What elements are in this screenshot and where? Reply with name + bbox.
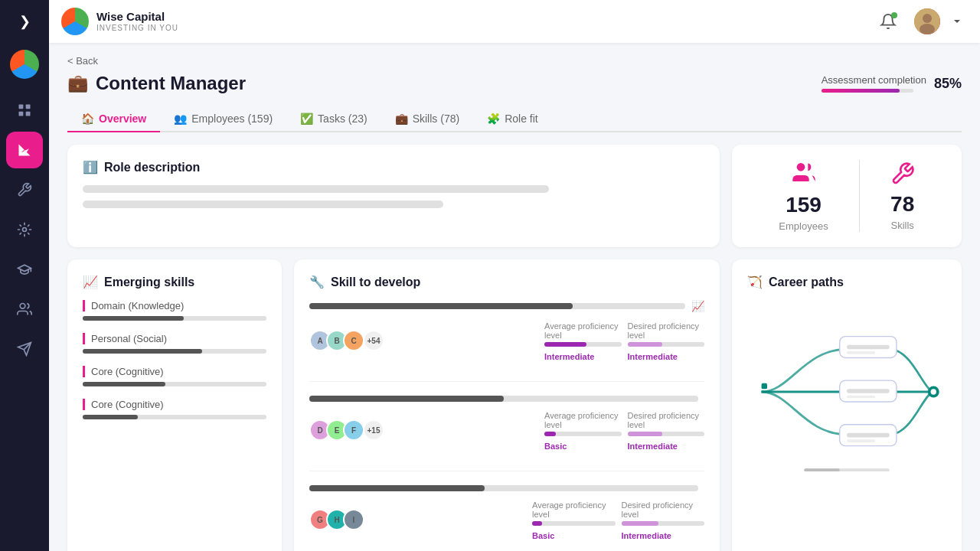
- svg-point-23: [931, 389, 936, 394]
- skill-row-2-fill: [309, 396, 504, 402]
- svg-rect-12: [762, 383, 767, 389]
- skill-row-1-trend: 📈: [691, 300, 704, 312]
- tab-skills[interactable]: 💼 Skills (78): [381, 106, 473, 132]
- sidebar-logo: [0, 43, 49, 86]
- tab-tasks[interactable]: ✅ Tasks (23): [286, 106, 381, 132]
- avatar-1c: C: [343, 330, 364, 351]
- skill-row-2-des-label: Desired proficiency level: [628, 411, 705, 429]
- svg-rect-18: [847, 396, 875, 399]
- tab-overview[interactable]: 🏠 Overview: [67, 106, 160, 132]
- skills-stat: 78 Skills: [890, 161, 915, 231]
- skill-cat-personal-label: Personal (Social): [83, 333, 266, 344]
- skill-row-3-des-bar: [622, 521, 705, 526]
- assessment-completion-area: Assessment completion 85%: [822, 74, 962, 93]
- assessment-progress-fill: [822, 89, 900, 93]
- skill-row-3-avg-fill: [532, 521, 542, 526]
- svg-point-5: [20, 304, 25, 309]
- tabs: 🏠 Overview 👥 Employees (159) ✅ Tasks (23…: [67, 106, 962, 132]
- sidebar-item-tools[interactable]: [6, 171, 43, 208]
- skill-row-2-des-level: Intermediate: [628, 442, 678, 451]
- skill-row-3-des-fill: [622, 521, 659, 526]
- skill-develop-row-3: G H I Average proficiency level Basic: [309, 485, 704, 551]
- sidebar-navigation: [6, 92, 43, 551]
- employees-count: 159: [786, 193, 822, 217]
- skill-row-1-avatars: A B C +54 Average proficiency level Inte…: [309, 318, 704, 363]
- skill-row-2-des: Desired proficiency level Intermediate: [628, 411, 705, 452]
- svg-point-4: [23, 228, 27, 232]
- skill-cat-core-label: Core (Cognitive): [83, 366, 266, 377]
- skill-row-1-avg-label: Average proficiency level: [544, 321, 622, 340]
- skill-row-3-avg: Average proficiency level Basic: [532, 500, 616, 542]
- svg-point-9: [923, 14, 932, 23]
- skill-cat-personal: Personal (Social): [83, 333, 266, 354]
- brand-logo: [61, 8, 89, 35]
- sidebar-item-analytics[interactable]: [6, 132, 43, 168]
- emerging-skills-title: 📈 Emerging skills: [83, 275, 266, 289]
- skill-row-1-fill: [309, 303, 573, 309]
- breadcrumb[interactable]: < Back: [67, 55, 962, 67]
- stats-divider: [859, 160, 860, 232]
- sidebar-toggle[interactable]: ❯: [0, 0, 49, 43]
- skill-row-1-des-fill: [628, 342, 662, 347]
- employees-icon: [792, 160, 816, 190]
- sidebar-item-dashboard[interactable]: [6, 92, 43, 129]
- skill-cat-personal-fill: [83, 349, 202, 354]
- skill-row-3-bar: [309, 485, 698, 491]
- skill-cat-domain-label: Domain (Knowledge): [83, 300, 266, 311]
- svg-rect-20: [847, 433, 890, 438]
- avatar-3c: I: [343, 509, 364, 530]
- skill-row-2-avg-level: Basic: [544, 442, 567, 451]
- sidebar-item-education[interactable]: [6, 251, 43, 288]
- sidebar-logo-icon: [10, 50, 39, 79]
- skill-cat-core-bar: [83, 382, 266, 386]
- role-description-title: ℹ️ Role description: [83, 160, 704, 174]
- skill-develop-row-1: 📈 A B C +54 Average proficiency level: [309, 300, 704, 382]
- tab-employees-label: Employees (159): [191, 112, 273, 125]
- info-icon: ℹ️: [83, 160, 98, 174]
- tab-tasks-icon: ✅: [300, 112, 313, 125]
- skill-row-3-des: Desired proficiency level Intermediate: [622, 500, 705, 542]
- skill-row-2-avg-bar: [544, 432, 622, 436]
- skill-row-2-avg-label: Average proficiency level: [544, 411, 622, 429]
- notification-bell[interactable]: [874, 8, 902, 35]
- svg-rect-1: [26, 105, 31, 109]
- tab-employees[interactable]: 👥 Employees (159): [160, 106, 286, 132]
- page-title-row: 💼 Content Manager: [67, 73, 246, 94]
- skill-row-2-header: [309, 396, 704, 402]
- skill-row-1-des-bar: [628, 342, 705, 347]
- tab-rolefit[interactable]: 🧩 Role fit: [473, 106, 552, 132]
- chevron-down-icon: [952, 17, 962, 26]
- skill-row-1-plus: +54: [363, 330, 384, 351]
- sidebar-item-team[interactable]: [6, 291, 43, 328]
- tab-rolefit-label: Role fit: [505, 112, 538, 125]
- career-paths-diagram: [747, 300, 946, 484]
- brand-tagline: INVESTING IN YOU: [96, 24, 178, 33]
- skill-develop-icon: 🔧: [309, 275, 325, 289]
- skill-row-2-bar: [309, 396, 698, 402]
- skill-row-2-avg-fill: [544, 432, 556, 436]
- svg-rect-15: [847, 351, 875, 354]
- main-content: < Back 💼 Content Manager Assessment comp…: [49, 43, 980, 551]
- desc-line-1: [83, 185, 549, 193]
- sidebar-item-settings[interactable]: [6, 211, 43, 248]
- svg-rect-14: [847, 345, 890, 350]
- sidebar-item-send[interactable]: [6, 331, 43, 367]
- tab-overview-icon: 🏠: [81, 112, 94, 125]
- assessment-label-group: Assessment completion: [822, 74, 926, 93]
- skill-cat-domain-bar: [83, 316, 266, 321]
- skill-row-2-plus: +15: [363, 419, 384, 441]
- skill-row-2-des-fill: [628, 432, 662, 436]
- user-avatar[interactable]: [914, 8, 940, 34]
- svg-rect-2: [19, 112, 24, 116]
- assessment-percent: 85%: [934, 76, 962, 92]
- skill-cat-domain: Domain (Knowledge): [83, 300, 266, 321]
- svg-point-10: [920, 24, 935, 34]
- career-icon: 🏹: [747, 275, 763, 289]
- skills-count: 78: [890, 192, 914, 217]
- svg-rect-25: [804, 468, 839, 471]
- skill-row-1-avg-fill: [544, 342, 586, 347]
- svg-point-11: [796, 163, 805, 171]
- tab-tasks-label: Tasks (23): [318, 112, 368, 125]
- tab-skills-icon: 💼: [395, 112, 408, 125]
- skill-row-2-avg: Average proficiency level Basic: [544, 411, 622, 452]
